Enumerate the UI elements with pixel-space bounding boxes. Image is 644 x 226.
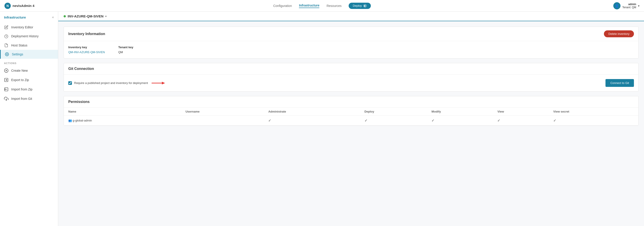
- col-view: View: [493, 108, 548, 116]
- brand: N nevisAdmin 4: [4, 3, 49, 9]
- inventory-info-section: Inventory Information Delete inventory I…: [64, 27, 639, 59]
- sidebar-action-label: Import from Git: [11, 97, 32, 101]
- deploy-button[interactable]: Deploy ▶: [349, 3, 370, 9]
- brand-logo-icon: N: [4, 3, 11, 9]
- user-tenant: Tenant: QM: [622, 6, 636, 9]
- row-administrate: ✓: [264, 116, 360, 125]
- sidebar-item-deployment-history[interactable]: Deployment History: [0, 32, 58, 41]
- sidebar-header: Infrastructure «: [0, 12, 58, 23]
- delete-inventory-button[interactable]: Delete inventory: [604, 30, 634, 37]
- user-name: admin: [622, 3, 636, 6]
- permissions-header: Permissions: [64, 96, 638, 108]
- sidebar-item-label: Settings: [12, 52, 23, 56]
- col-username: Username: [181, 108, 264, 116]
- svg-text:N: N: [6, 4, 9, 7]
- require-published-checkbox[interactable]: [68, 81, 72, 85]
- col-deploy: Deploy: [360, 108, 427, 116]
- row-modify: ✓: [427, 116, 493, 125]
- sidebar-item-label: Inventory Editor: [11, 25, 33, 29]
- deploy-label: Deploy: [353, 4, 362, 7]
- sidebar-action-label: Export to Zip: [11, 78, 29, 82]
- permissions-header-row: Name Username Administrate Deploy Modify…: [64, 108, 638, 116]
- inventory-info-title: Inventory Information: [68, 32, 105, 36]
- import-git-icon: [4, 97, 8, 101]
- export-zip-icon: [4, 78, 8, 82]
- sidebar-action-create-new[interactable]: Create New: [0, 66, 58, 75]
- sidebar: Infrastructure « Inventory Editor Deploy…: [0, 12, 58, 226]
- permissions-tbody: 👥 g-global-admin ✓ ✓ ✓ ✓ ✓: [64, 116, 638, 125]
- svg-marker-13: [162, 82, 165, 84]
- inventory-key-col: Inventory key QM-INV-AZURE-QM-SIVEN: [68, 46, 105, 54]
- history-icon: [4, 34, 8, 38]
- brand-name: nevisAdmin 4: [12, 4, 34, 7]
- table-row: 👥 g-global-admin ✓ ✓ ✓ ✓ ✓: [64, 116, 638, 125]
- import-zip-icon: [4, 87, 8, 92]
- git-connection-header: Git Connection: [64, 63, 638, 75]
- sidebar-action-import-zip[interactable]: Import from Zip: [0, 85, 58, 94]
- main-content: INV-AZURE-QM-SIVEN ▾ Inventory Informati…: [58, 12, 644, 226]
- sidebar-item-inventory-editor[interactable]: Inventory Editor: [0, 23, 58, 32]
- col-view-secret: View secret: [549, 108, 638, 116]
- status-dot-green: [64, 15, 66, 17]
- group-icon: 👥: [68, 119, 72, 122]
- sidebar-item-label: Deployment History: [11, 34, 38, 38]
- content-body: Inventory Information Delete inventory I…: [58, 21, 644, 135]
- sidebar-action-export-zip[interactable]: Export to Zip: [0, 75, 58, 85]
- col-modify: Modify: [427, 108, 493, 116]
- row-view: ✓: [493, 116, 548, 125]
- collapse-button[interactable]: «: [52, 15, 54, 19]
- tenant-key-value: QM: [118, 50, 123, 54]
- require-published-label: Require a published project and inventor…: [74, 81, 148, 85]
- check-icon: ✓: [432, 118, 434, 122]
- file-icon: [4, 43, 8, 47]
- nav-configuration[interactable]: Configuration: [273, 4, 292, 7]
- checkbox-row-container: Require a published project and inventor…: [68, 81, 165, 85]
- permissions-table: Name Username Administrate Deploy Modify…: [64, 108, 638, 125]
- permissions-title: Permissions: [68, 100, 90, 104]
- col-name: Name: [64, 108, 181, 116]
- check-icon: ✓: [364, 118, 368, 122]
- top-nav: N nevisAdmin 4 Configuration Infrastruct…: [0, 0, 644, 12]
- annotation-arrow-icon: [152, 81, 165, 85]
- inventory-name[interactable]: INV-AZURE-QM-SIVEN: [68, 14, 104, 18]
- col-administrate: Administrate: [264, 108, 360, 116]
- sidebar-nav: Inventory Editor Deployment History Host…: [0, 23, 58, 226]
- check-icon: ✓: [553, 118, 556, 122]
- sidebar-action-import-git[interactable]: Import from Git: [0, 94, 58, 104]
- check-icon: ✓: [497, 118, 500, 122]
- sidebar-item-label: Host Status: [11, 44, 27, 47]
- sidebar-title: Infrastructure: [4, 15, 26, 19]
- sidebar-item-host-status[interactable]: Host Status: [0, 41, 58, 50]
- play-icon: ▶: [363, 4, 367, 7]
- nav-right: 👤 admin Tenant: QM ▾: [595, 2, 640, 9]
- row-deploy: ✓: [360, 116, 427, 125]
- permissions-section: Permissions Name Username Administrate D…: [64, 96, 639, 126]
- settings-icon: [5, 52, 9, 56]
- user-info: admin Tenant: QM: [622, 3, 636, 9]
- git-connection-section: Git Connection Require a published proje…: [64, 63, 639, 92]
- avatar: 👤: [613, 2, 620, 9]
- inventory-key-value[interactable]: QM-INV-AZURE-QM-SIVEN: [68, 50, 105, 54]
- actions-section-label: ACTIONS: [0, 59, 58, 66]
- edit-icon: [4, 25, 8, 29]
- svg-point-3: [6, 54, 8, 55]
- check-icon: ✓: [268, 118, 271, 122]
- row-username: [181, 116, 264, 125]
- permissions-thead: Name Username Administrate Deploy Modify…: [64, 108, 638, 116]
- inventory-key-label: Inventory key: [68, 46, 105, 49]
- sidebar-action-label: Import from Zip: [11, 88, 32, 91]
- plus-circle-icon: [4, 68, 8, 73]
- tenant-key-label: Tenant key: [118, 46, 133, 49]
- row-view-secret: ✓: [549, 116, 638, 125]
- nav-infrastructure[interactable]: Infrastructure: [299, 3, 319, 8]
- git-connection-title: Git Connection: [68, 67, 94, 71]
- chevron-down-icon[interactable]: ▾: [638, 4, 640, 7]
- git-connection-body: Require a published project and inventor…: [64, 75, 638, 91]
- row-name: 👥 g-global-admin: [64, 116, 181, 125]
- inventory-info-header: Inventory Information Delete inventory: [64, 27, 638, 41]
- sidebar-item-settings[interactable]: Settings: [0, 50, 58, 59]
- nav-resources[interactable]: Resources: [326, 4, 342, 7]
- main-layout: Infrastructure « Inventory Editor Deploy…: [0, 12, 644, 226]
- chevron-down-icon[interactable]: ▾: [105, 15, 106, 18]
- connect-to-git-button[interactable]: Connect to Git: [606, 79, 634, 87]
